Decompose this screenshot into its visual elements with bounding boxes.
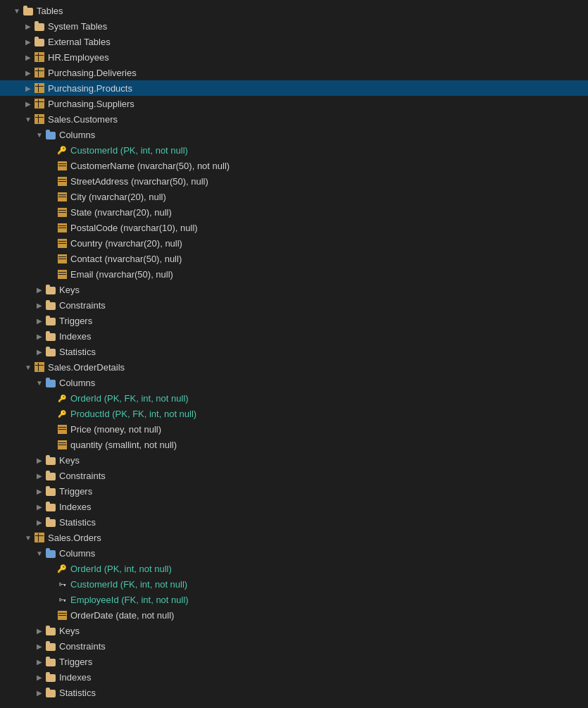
field-icon — [56, 253, 68, 264]
tree-expander[interactable] — [34, 669, 45, 685]
table-icon — [34, 82, 45, 94]
tree-expander[interactable] — [23, 530, 34, 545]
tree-expander[interactable] — [23, 96, 34, 111]
folder-icon — [45, 346, 56, 357]
tree-expander[interactable] — [23, 18, 34, 34]
tree-row[interactable]: Keys — [0, 452, 588, 468]
tree-expander — [45, 576, 56, 592]
tree-expander[interactable] — [34, 468, 45, 483]
tree-item-label: CustomerId (FK, int, not null) — [70, 579, 187, 590]
tree-row[interactable]: City (nvarchar(20), null) — [0, 189, 588, 204]
tree-item-label: quantity (smallint, not null) — [70, 440, 177, 450]
tree-row[interactable]: Contact (nvarchar(50), null) — [0, 251, 588, 266]
tree-item-label: Indexes — [59, 502, 92, 512]
tree-row[interactable]: Sales.Orders — [0, 530, 588, 545]
tree-expander[interactable] — [34, 638, 45, 654]
tree-expander — [45, 561, 56, 576]
tree-row[interactable]: 🔑OrderId (PK, int, not null) — [0, 561, 588, 576]
tree-row[interactable]: State (nvarchar(20), null) — [0, 204, 588, 220]
tree-item-label: PostalCode (nvarchar(10), null) — [70, 223, 198, 233]
tree-row[interactable]: Statistics — [0, 685, 588, 700]
tree-row[interactable]: StreetAddress (nvarchar(50), null) — [0, 173, 588, 189]
tree-row[interactable]: Tables — [0, 3, 588, 18]
tree-row[interactable]: Purchasing.Suppliers — [0, 96, 588, 111]
tree-expander — [45, 142, 56, 158]
tree-row[interactable]: Statistics — [0, 344, 588, 359]
tree-expander[interactable] — [34, 282, 45, 297]
tree-row[interactable]: Purchasing.Deliveries — [0, 65, 588, 80]
tree-row[interactable]: 🔑CustomerId (PK, int, not null) — [0, 142, 588, 158]
tree-expander[interactable] — [23, 34, 34, 49]
tree-row[interactable]: Keys — [0, 623, 588, 638]
tree-expander[interactable] — [34, 328, 45, 344]
tree-row[interactable]: OrderDate (date, not null) — [0, 607, 588, 623]
fk-key-icon: 🗝 — [56, 578, 68, 590]
tree-item-label: Triggers — [59, 316, 92, 326]
tree-row[interactable]: Triggers — [0, 654, 588, 669]
tree-row[interactable]: Email (nvarchar(50), null) — [0, 266, 588, 282]
tree-row[interactable]: Triggers — [0, 313, 588, 328]
tree-row[interactable]: Indexes — [0, 669, 588, 685]
tree-expander[interactable] — [11, 3, 23, 18]
columns-folder-icon — [45, 129, 56, 140]
tree-expander[interactable] — [34, 499, 45, 514]
tree-expander — [45, 235, 56, 251]
tree-row[interactable]: Sales.OrderDetails — [0, 359, 588, 375]
tree-row[interactable]: Triggers — [0, 483, 588, 499]
tree-row[interactable]: PostalCode (nvarchar(10), null) — [0, 220, 588, 235]
tree-row[interactable]: Constraints — [0, 297, 588, 313]
tree-expander[interactable] — [23, 65, 34, 80]
tree-row[interactable]: Constraints — [0, 638, 588, 654]
tree-expander[interactable] — [23, 49, 34, 65]
folder-icon — [45, 516, 56, 528]
tree-expander[interactable] — [34, 545, 45, 561]
table-icon — [34, 532, 45, 543]
tree-expander — [45, 220, 56, 235]
tree-row[interactable]: CustomerName (nvarchar(50), not null) — [0, 158, 588, 173]
tree-row[interactable]: Price (money, not null) — [0, 421, 588, 437]
tree-row[interactable]: Sales.Customers — [0, 111, 588, 127]
tree-row[interactable]: Statistics — [0, 514, 588, 530]
table-icon — [34, 361, 45, 373]
columns-folder-icon — [45, 377, 56, 388]
tree-item-label: Purchasing.Suppliers — [48, 99, 135, 109]
tree-expander[interactable] — [23, 359, 34, 375]
tree-expander[interactable] — [34, 685, 45, 700]
tree-row[interactable]: quantity (smallint, not null) — [0, 437, 588, 452]
tree-row[interactable]: Country (nvarchar(20), null) — [0, 235, 588, 251]
tree-expander[interactable] — [34, 375, 45, 390]
tree-expander[interactable] — [34, 297, 45, 313]
tree-row[interactable]: Indexes — [0, 328, 588, 344]
tree-row[interactable]: HR.Employees — [0, 49, 588, 65]
tree-item-label: Statistics — [59, 517, 96, 528]
tree-row[interactable]: 🔑OrderId (PK, FK, int, not null) — [0, 390, 588, 406]
tree-row[interactable]: 🗝CustomerId (FK, int, not null) — [0, 576, 588, 592]
field-icon — [56, 160, 68, 171]
tree-expander[interactable] — [34, 344, 45, 359]
tree-row[interactable]: Keys — [0, 282, 588, 297]
tree-expander[interactable] — [34, 483, 45, 499]
tree-row[interactable]: Columns — [0, 375, 588, 390]
tree-expander[interactable] — [23, 111, 34, 127]
tree-expander[interactable] — [34, 623, 45, 638]
tree-expander[interactable] — [34, 127, 45, 142]
tree-row[interactable]: External Tables — [0, 34, 588, 49]
tree-row[interactable]: 🗝EmployeeId (FK, int, not null) — [0, 592, 588, 607]
tree-expander[interactable] — [34, 452, 45, 468]
tree-expander[interactable] — [23, 80, 34, 96]
tree-row[interactable]: 🔑ProductId (PK, FK, int, not null) — [0, 406, 588, 421]
tree-expander[interactable] — [34, 514, 45, 530]
tree-item-label: Sales.Orders — [48, 533, 101, 543]
tree-row[interactable]: Indexes — [0, 499, 588, 514]
tree-expander[interactable] — [34, 313, 45, 328]
field-icon — [56, 175, 68, 187]
tree-expander — [45, 607, 56, 623]
tree-item-label: Sales.Customers — [48, 114, 118, 125]
tree-row[interactable]: System Tables — [0, 18, 588, 34]
tree-row[interactable]: Constraints — [0, 468, 588, 483]
tree-expander[interactable] — [34, 654, 45, 669]
tree-row[interactable]: Columns — [0, 127, 588, 142]
tree-row[interactable]: Purchasing.Products — [0, 80, 588, 96]
columns-folder-icon — [45, 547, 56, 559]
tree-row[interactable]: Columns — [0, 545, 588, 561]
